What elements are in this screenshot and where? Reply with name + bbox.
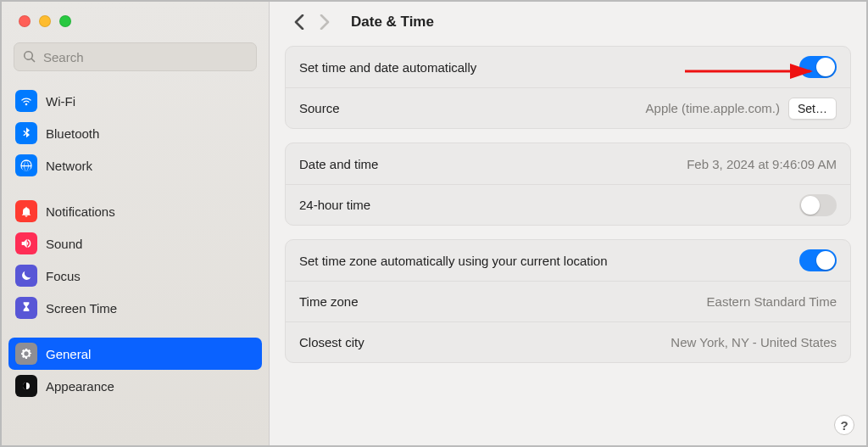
- sidebar-item-notifications[interactable]: Notifications: [8, 195, 262, 227]
- sidebar-item-network[interactable]: Network: [8, 149, 262, 182]
- row-label: Set time zone automatically using your c…: [299, 254, 608, 268]
- row-auto-time: Set time and date automatically: [286, 47, 850, 87]
- sidebar-item-label: Notifications: [46, 204, 255, 219]
- sidebar-item-wifi[interactable]: Wi-Fi: [8, 85, 262, 117]
- sidebar-item-label: Screen Time: [46, 301, 255, 316]
- source-value: Apple (time.apple.com.): [646, 101, 780, 115]
- row-auto-tz: Set time zone automatically using your c…: [286, 240, 850, 281]
- close-icon[interactable]: [19, 15, 31, 27]
- sidebar-item-general[interactable]: General: [8, 338, 262, 370]
- speaker-icon: [15, 232, 37, 254]
- group-timezone: Set time zone automatically using your c…: [285, 239, 851, 363]
- sidebar-item-focus[interactable]: Focus: [8, 260, 262, 292]
- search-input[interactable]: Search: [14, 42, 257, 71]
- sidebar-item-label: Wi-Fi: [46, 94, 255, 109]
- forward-button[interactable]: [312, 9, 337, 35]
- zoom-icon[interactable]: [59, 15, 71, 27]
- gear-icon: [15, 343, 37, 365]
- row-24hour: 24-hour time: [286, 184, 850, 225]
- sidebar-item-label: Bluetooth: [46, 126, 255, 141]
- search-placeholder: Search: [43, 50, 84, 64]
- row-label: Source: [299, 101, 340, 115]
- sidebar-item-label: Appearance: [46, 379, 255, 394]
- row-city: Closest city New York, NY - United State…: [286, 321, 850, 362]
- auto-tz-toggle[interactable]: [799, 249, 837, 271]
- minimize-icon[interactable]: [39, 15, 51, 27]
- chevron-left-icon: [293, 14, 305, 30]
- row-label: 24-hour time: [299, 198, 370, 212]
- bell-icon: [15, 200, 37, 222]
- auto-time-toggle[interactable]: [799, 56, 837, 78]
- sidebar: Search Wi-Fi Bluetooth Network Notificat…: [2, 2, 270, 445]
- sidebar-item-label: General: [46, 347, 255, 361]
- sidebar-item-label: Sound: [46, 237, 255, 251]
- sidebar-item-appearance[interactable]: Appearance: [8, 370, 262, 402]
- datetime-value: Feb 3, 2024 at 9:46:09 AM: [687, 157, 837, 171]
- set-source-button[interactable]: Set…: [788, 98, 837, 120]
- chevron-right-icon: [319, 14, 331, 30]
- page-title: Date & Time: [351, 14, 434, 31]
- row-label: Date and time: [299, 157, 378, 171]
- tz-value: Eastern Standard Time: [707, 294, 837, 309]
- help-button[interactable]: ?: [834, 415, 854, 435]
- twenty-four-toggle[interactable]: [799, 194, 837, 216]
- window-controls: [2, 2, 269, 42]
- city-value: New York, NY - United States: [670, 335, 837, 349]
- sidebar-item-screentime[interactable]: Screen Time: [8, 292, 262, 324]
- sidebar-item-label: Network: [46, 159, 255, 173]
- moon-icon: [15, 265, 37, 287]
- sidebar-item-sound[interactable]: Sound: [8, 227, 262, 260]
- hourglass-icon: [15, 297, 37, 319]
- row-source: Source Apple (time.apple.com.) Set…: [286, 87, 850, 128]
- globe-icon: [15, 154, 37, 176]
- bluetooth-icon: [15, 122, 37, 144]
- row-label: Closest city: [299, 335, 364, 349]
- sidebar-item-bluetooth[interactable]: Bluetooth: [8, 117, 262, 149]
- row-datetime: Date and time Feb 3, 2024 at 9:46:09 AM: [286, 143, 850, 184]
- content-pane: Date & Time Set time and date automatica…: [270, 2, 866, 445]
- row-tz: Time zone Eastern Standard Time: [286, 281, 850, 321]
- row-label: Set time and date automatically: [299, 60, 476, 75]
- group-datetime: Date and time Feb 3, 2024 at 9:46:09 AM …: [285, 142, 851, 226]
- appearance-icon: [15, 375, 37, 397]
- nav-list: Wi-Fi Bluetooth Network Notifications So…: [2, 85, 269, 402]
- toolbar: Date & Time: [270, 2, 866, 42]
- back-button[interactable]: [287, 9, 312, 35]
- wifi-icon: [15, 90, 37, 112]
- sidebar-item-label: Focus: [46, 269, 255, 283]
- search-icon: [23, 50, 36, 64]
- row-label: Time zone: [299, 294, 358, 309]
- group-time: Set time and date automatically Source A…: [285, 46, 851, 129]
